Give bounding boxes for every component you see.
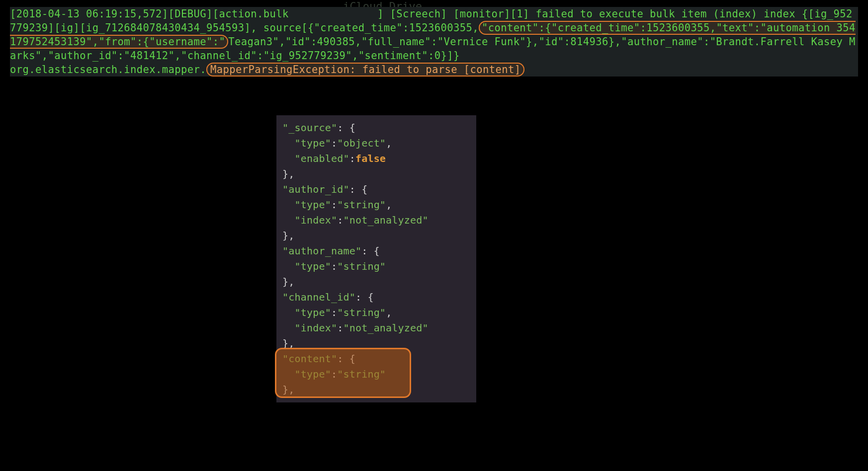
key-type: "type" [282,307,331,318]
key-author-name: "author_name" [282,245,361,257]
key-content: "content" [282,353,337,365]
val-false: false [355,153,386,164]
brace: : { [337,122,355,134]
snippet-line: "enabled":false [282,151,476,166]
colon: : [331,307,337,318]
key-enabled: "enabled" [282,153,349,164]
key-index: "index" [282,214,337,226]
brace-end: }, [282,168,294,180]
snippet-line: "author_name": { [282,243,476,259]
snippet-line: "type":"string", [282,305,476,320]
colon: : [331,137,337,149]
highlight-exception: MapperParsingException: failed to parse … [206,63,524,77]
key-channel-id: "channel_id" [282,291,355,303]
snippet-line: "type":"object", [282,136,476,151]
key-type: "type" [282,368,331,380]
brace: : { [337,353,355,365]
snippet-line: "content": { [282,351,476,367]
brace-end: }, [282,276,294,288]
colon: : [331,368,337,380]
val-string: "string" [337,307,386,318]
comma: , [386,137,392,149]
snippet-line: "index":"not_analyzed" [282,320,476,336]
snippet-line: "channel_id": { [282,290,476,305]
key-index: "index" [282,322,337,334]
val-not-analyzed: "not_analyzed" [343,214,428,226]
log-output: [2018-04-13 06:19:15,572][DEBUG][action.… [10,7,858,77]
brace-end: }, [282,337,294,349]
key-author-id: "author_id" [282,183,349,195]
colon: : [337,322,343,334]
colon: : [331,260,337,272]
snippet-line: "type":"string" [282,259,476,274]
val-string: "string" [337,260,386,272]
colon: : [349,153,355,164]
val-string: "string" [337,368,386,380]
brace: : { [361,245,380,257]
val-not-analyzed: "not_analyzed" [343,322,428,334]
snippet-line: "type":"string", [282,197,476,213]
key-type: "type" [282,199,331,211]
comma: , [386,199,392,211]
colon: : [331,199,337,211]
key-source: "_source" [282,122,337,134]
snippet-line: }, [282,274,476,290]
snippet-line: "_source": { [282,120,476,136]
snippet-line: "type":"string" [282,367,476,382]
snippet-line: }, [282,166,476,182]
key-type: "type" [282,137,331,149]
snippet-line: }, [282,228,476,243]
comma: , [386,307,392,318]
mapping-snippet: "_source": { "type":"object", "enabled":… [276,115,476,402]
brace: : { [355,291,374,303]
brace-end: }, [282,384,294,395]
snippet-line: }, [282,336,476,351]
key-type: "type" [282,260,331,272]
val-object: "object" [337,137,386,149]
brace: : { [349,183,368,195]
colon: : [337,214,343,226]
snippet-line: "index":"not_analyzed" [282,213,476,228]
brace-end: }, [282,230,294,241]
snippet-line: }, [282,382,476,397]
snippet-line: "author_id": { [282,182,476,197]
val-string: "string" [337,199,386,211]
